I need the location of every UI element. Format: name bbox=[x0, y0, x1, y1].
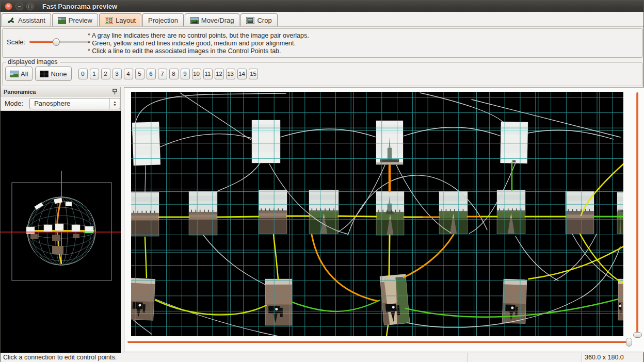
tab-projection[interactable]: Projection bbox=[142, 13, 184, 26]
image-toggle-7[interactable]: 7 bbox=[158, 69, 167, 79]
all-icon bbox=[10, 71, 19, 77]
info-panel: Scale: * A gray line indicates there are… bbox=[2, 28, 643, 58]
pano-image-thumb[interactable] bbox=[259, 190, 287, 234]
panoramica-pane: Panoramica Mode: Panosphere ▲▼ bbox=[1, 87, 121, 353]
pano-image-thumb[interactable] bbox=[265, 279, 292, 325]
scale-label: Scale: bbox=[7, 38, 25, 46]
none-button[interactable]: None bbox=[35, 67, 71, 81]
close-icon[interactable]: ✕ bbox=[5, 3, 12, 10]
tab-label: Move/Drag bbox=[201, 17, 234, 24]
pano-image-thumb[interactable] bbox=[497, 190, 525, 234]
image-toggle-1[interactable]: 1 bbox=[90, 69, 99, 79]
panosphere-svg bbox=[1, 111, 121, 353]
displayed-images-label: displayed images bbox=[6, 58, 60, 65]
combo-spinner-icon[interactable]: ▲▼ bbox=[109, 98, 120, 109]
tab-crop[interactable]: Crop bbox=[240, 13, 277, 26]
panorama-layout-svg bbox=[131, 92, 623, 336]
movedrag-icon bbox=[190, 17, 199, 24]
connection-line[interactable] bbox=[217, 217, 259, 217]
panoramica-header: Panoramica bbox=[1, 87, 120, 96]
image-toggle-13[interactable]: 13 bbox=[226, 69, 235, 79]
tab-label: Crop bbox=[257, 17, 271, 24]
pano-image-thumb[interactable] bbox=[617, 192, 623, 234]
pano-image-thumb[interactable] bbox=[131, 192, 159, 236]
app-window: ✕ – ▢ Fast Panorama preview AssistantGLP… bbox=[0, 0, 644, 362]
tab-bar: AssistantGLPreviewLayoutProjectionMove/D… bbox=[1, 12, 643, 27]
image-toggle-3[interactable]: 3 bbox=[112, 69, 122, 79]
horizontal-slider-track bbox=[127, 341, 627, 343]
connection-line[interactable] bbox=[389, 235, 390, 276]
scale-slider-handle[interactable] bbox=[53, 38, 60, 46]
tab-move-drag[interactable]: Move/Drag bbox=[185, 13, 240, 26]
layout-view-frame bbox=[124, 87, 644, 352]
pano-dimensions: 360.0 x 180.0 bbox=[582, 353, 643, 362]
image-toggle-10[interactable]: 10 bbox=[192, 69, 201, 79]
image-toggle-4[interactable]: 4 bbox=[124, 69, 133, 79]
image-toggle-row: 0123456789101112131415 bbox=[78, 69, 258, 79]
tab-layout[interactable]: Layout bbox=[99, 13, 141, 26]
pano-image-thumb[interactable] bbox=[618, 279, 623, 320]
image-toggle-9[interactable]: 9 bbox=[181, 69, 190, 79]
pano-image-thumb[interactable] bbox=[376, 121, 403, 164]
horizontal-pan-slider[interactable] bbox=[127, 337, 636, 347]
image-toggle-8[interactable]: 8 bbox=[169, 69, 179, 79]
pano-image-thumb[interactable] bbox=[380, 274, 410, 325]
scale-slider[interactable] bbox=[29, 38, 90, 46]
pano-image-thumb[interactable] bbox=[131, 278, 155, 320]
image-toggle-15[interactable]: 15 bbox=[249, 69, 258, 79]
image-toggle-12[interactable]: 12 bbox=[215, 69, 224, 79]
none-button-label: None bbox=[51, 70, 67, 78]
window-title: Fast Panorama preview bbox=[42, 3, 117, 10]
status-bar: Click a connection to edit control point… bbox=[1, 353, 643, 362]
all-button[interactable]: All bbox=[5, 67, 33, 81]
tab-label: Assistant bbox=[18, 17, 45, 24]
info-line: * Click a line to edit the associated im… bbox=[88, 47, 309, 55]
minimize-icon[interactable]: – bbox=[15, 3, 23, 10]
image-toggle-11[interactable]: 11 bbox=[203, 69, 213, 79]
none-icon bbox=[40, 71, 49, 77]
connection-line[interactable] bbox=[339, 216, 376, 217]
info-line: * Green, yellow and red lines indicate g… bbox=[88, 40, 309, 47]
svg-text:GL: GL bbox=[58, 17, 62, 20]
layout-icon bbox=[105, 17, 113, 24]
titlebar: ✕ – ▢ Fast Panorama preview bbox=[1, 1, 643, 12]
tab-label: Projection bbox=[148, 17, 178, 24]
horizontal-slider-handle[interactable] bbox=[626, 338, 632, 347]
image-toggle-2[interactable]: 2 bbox=[101, 69, 110, 79]
crop-icon bbox=[246, 17, 254, 24]
status-empty-cell bbox=[468, 353, 582, 362]
panoramica-title: Panoramica bbox=[4, 89, 36, 95]
vertical-slider-track bbox=[636, 92, 638, 336]
all-button-label: All bbox=[21, 70, 28, 78]
pano-image-thumb[interactable] bbox=[376, 191, 404, 235]
mode-value: Panosphere bbox=[34, 100, 70, 107]
assistant-icon bbox=[7, 17, 15, 24]
vertical-pan-slider[interactable] bbox=[633, 92, 642, 336]
displayed-images-group: displayed images All None bbox=[2, 62, 643, 86]
info-line: * A gray line indicates there are no con… bbox=[88, 32, 309, 40]
pano-image-thumb[interactable] bbox=[252, 120, 280, 163]
pin-icon[interactable] bbox=[112, 89, 117, 95]
mode-row: Mode: Panosphere ▲▼ bbox=[1, 96, 120, 111]
mode-combobox[interactable]: Panosphere ▲▼ bbox=[29, 98, 120, 109]
image-toggle-0[interactable]: 0 bbox=[78, 69, 88, 79]
preview-icon: GL bbox=[58, 17, 66, 24]
status-message: Click a connection to edit control point… bbox=[1, 353, 468, 362]
tab-label: Layout bbox=[116, 17, 136, 24]
mode-label: Mode: bbox=[5, 100, 23, 107]
tab-assistant[interactable]: Assistant bbox=[2, 13, 51, 26]
tab-label: Preview bbox=[69, 17, 92, 24]
pano-image-thumb[interactable] bbox=[132, 122, 160, 166]
panosphere-preview[interactable] bbox=[1, 111, 121, 353]
image-toggle-5[interactable]: 5 bbox=[135, 69, 144, 79]
info-text: * A gray line indicates there are no con… bbox=[88, 32, 309, 55]
pano-image-thumb[interactable] bbox=[566, 191, 594, 234]
pano-image-thumb[interactable] bbox=[309, 190, 339, 234]
tab-preview[interactable]: GLPreview bbox=[52, 13, 98, 26]
image-toggle-14[interactable]: 14 bbox=[237, 69, 247, 79]
pano-image-thumb[interactable] bbox=[189, 191, 217, 235]
layout-canvas[interactable] bbox=[131, 92, 623, 336]
maximize-icon[interactable]: ▢ bbox=[26, 3, 34, 10]
image-toggle-6[interactable]: 6 bbox=[147, 69, 156, 79]
